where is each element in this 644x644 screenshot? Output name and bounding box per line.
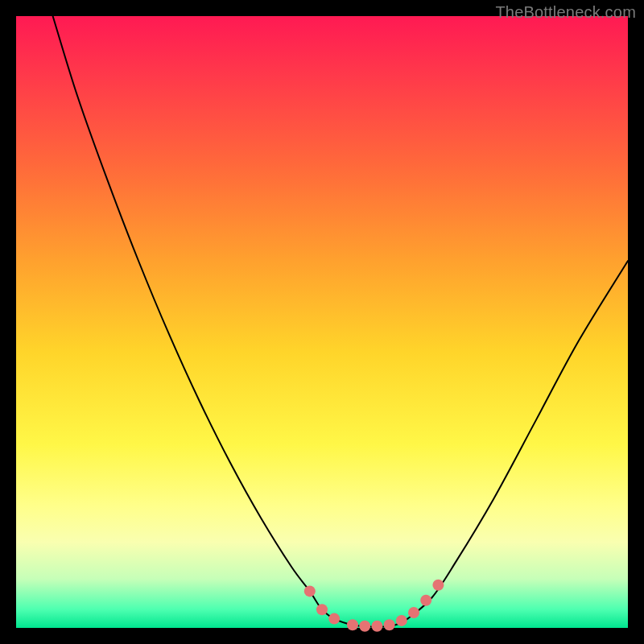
- chart-plot-area: [16, 16, 628, 628]
- curve-marker: [304, 585, 316, 597]
- curve-marker: [371, 621, 382, 632]
- chart-frame: TheBottleneck.com: [0, 0, 644, 644]
- curve-marker: [420, 595, 431, 606]
- curve-marker: [328, 613, 340, 625]
- curve-marker: [359, 621, 370, 632]
- watermark-text: TheBottleneck.com: [495, 3, 636, 22]
- bottleneck-curve: [53, 16, 628, 627]
- curve-marker: [347, 619, 358, 630]
- chart-svg: [16, 16, 628, 628]
- curve-marker: [408, 607, 419, 618]
- curve-marker: [396, 615, 407, 626]
- curve-marker: [432, 580, 444, 591]
- curve-marker: [384, 619, 395, 630]
- curve-marker: [316, 604, 328, 615]
